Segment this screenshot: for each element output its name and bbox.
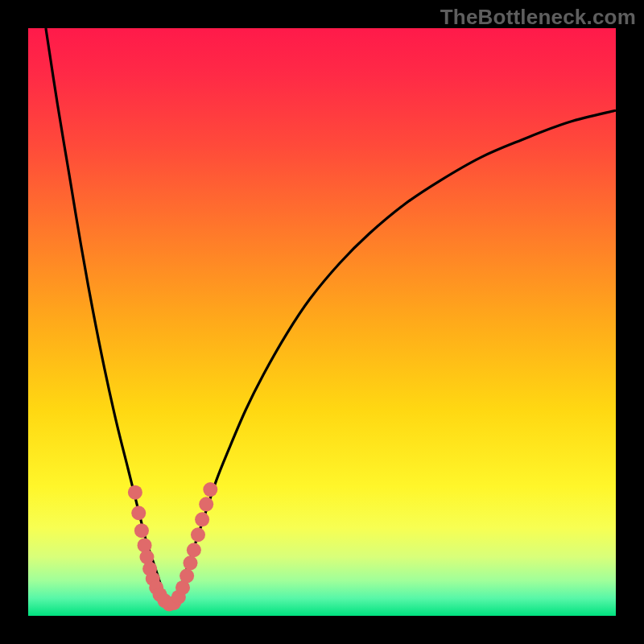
curve-marker [187,543,201,557]
chart-svg [28,28,616,616]
curve-marker [195,512,209,526]
curve-marker [180,568,194,583]
watermark-text: TheBottleneck.com [440,5,636,30]
chart-background-gradient [28,28,616,616]
curve-marker [128,485,142,500]
curve-marker [131,506,146,520]
chart-frame: TheBottleneck.com [0,0,644,644]
chart-plot-area [28,28,616,616]
curve-marker [203,482,217,497]
curve-marker [134,523,149,538]
curve-marker [183,555,197,570]
curve-marker [199,497,213,511]
curve-marker [191,527,205,542]
